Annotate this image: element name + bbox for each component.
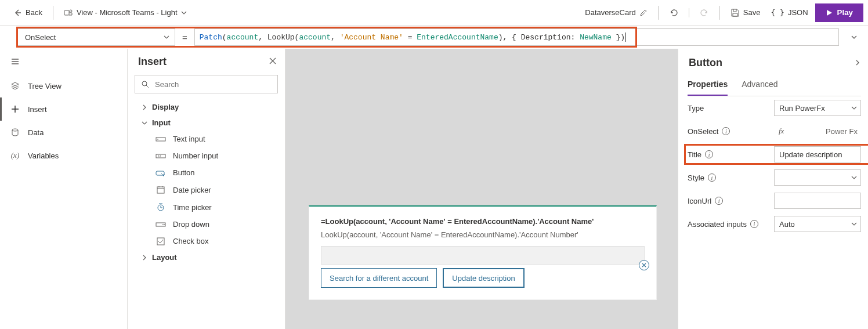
checkbox-icon	[155, 237, 166, 245]
category-layout[interactable]: Layout	[128, 250, 285, 265]
info-icon[interactable]: i	[715, 197, 723, 205]
sidebar-item-insert[interactable]: Insert	[0, 97, 127, 121]
category-input[interactable]: Input	[128, 115, 285, 131]
chevron-right-icon	[854, 59, 861, 66]
dropdown-icon	[155, 220, 166, 229]
separator	[719, 6, 720, 20]
insert-item-date-picker[interactable]: Date picker	[128, 181, 285, 198]
separator	[689, 8, 689, 17]
back-button[interactable]: Back	[9, 3, 46, 22]
undo-button[interactable]	[666, 3, 682, 22]
category-label: Layout	[152, 253, 177, 262]
clock-icon	[155, 203, 166, 212]
prop-title-input[interactable]: Update description	[774, 146, 861, 162]
category-display[interactable]: Display	[128, 99, 285, 115]
tab-properties[interactable]: Properties	[688, 76, 728, 96]
clear-input-button[interactable]	[639, 260, 649, 270]
text-input-icon	[155, 135, 166, 143]
teams-icon	[64, 8, 73, 17]
info-icon[interactable]: i	[705, 150, 713, 158]
svg-rect-0	[64, 10, 69, 15]
formula-input[interactable]: Patch(account, LookUp(account, 'Account …	[194, 28, 839, 46]
chevron-down-icon	[851, 105, 857, 111]
play-button[interactable]: Play	[815, 3, 863, 22]
expand-formula-button[interactable]	[845, 33, 863, 41]
prop-assoc-select[interactable]: Auto	[774, 216, 861, 232]
prop-style-select[interactable]	[774, 169, 861, 186]
close-panel-button[interactable]	[269, 56, 277, 68]
separator	[658, 6, 659, 20]
back-label: Back	[26, 8, 42, 17]
insert-item-check-box[interactable]: Check box	[128, 233, 285, 250]
svg-point-3	[142, 81, 147, 86]
panel-title: Insert	[138, 56, 167, 68]
insert-panel: Insert Display Input Text input 12 Numbe…	[128, 49, 285, 329]
info-icon[interactable]: i	[750, 220, 758, 228]
card-update-button[interactable]: Update description	[443, 268, 524, 288]
svg-rect-4	[156, 138, 165, 141]
separator	[53, 6, 53, 20]
prop-label-type: Type	[688, 104, 704, 113]
plus-icon	[9, 104, 21, 114]
insert-item-number-input[interactable]: 12 Number input	[128, 147, 285, 164]
insert-search[interactable]	[135, 75, 278, 93]
save-label: Save	[743, 8, 761, 17]
edit-pencil-icon	[639, 9, 648, 17]
prop-label-iconurl: IconUrl	[688, 197, 711, 205]
insert-item-label: Check box	[173, 237, 208, 245]
insert-item-text-input[interactable]: Text input	[128, 131, 285, 147]
save-button[interactable]: Save	[727, 3, 764, 22]
insert-item-button[interactable]: Button	[128, 164, 285, 181]
json-button[interactable]: { } JSON	[767, 3, 811, 22]
menu-toggle[interactable]	[0, 49, 127, 74]
chevron-down-icon	[142, 120, 147, 126]
chevron-down-icon	[181, 10, 187, 16]
category-label: Display	[152, 103, 179, 111]
variable-icon: (x)	[9, 151, 21, 160]
doc-name-label: DataverseCard	[585, 8, 635, 17]
design-canvas[interactable]: =LookUp(account, 'Account Name' = Entere…	[285, 49, 678, 329]
insert-search-input[interactable]	[154, 79, 272, 89]
play-label: Play	[837, 8, 853, 17]
card-subtitle-text: LookUp(account, 'Account Name' = Entered…	[321, 230, 645, 239]
formula-bar: OnSelect = Patch(account, LookUp(account…	[0, 26, 868, 49]
view-theme-selector[interactable]: View - Microsoft Teams - Light	[60, 3, 190, 22]
prop-onselect-value[interactable]: fx Power Fx	[774, 123, 861, 139]
insert-item-label: Number input	[173, 151, 218, 160]
back-arrow-icon	[13, 8, 22, 17]
insert-item-label: Button	[173, 168, 195, 177]
sidebar-item-variables[interactable]: (x) Variables	[0, 144, 127, 167]
expand-properties-button[interactable]	[854, 57, 861, 69]
redo-button[interactable]	[696, 3, 713, 22]
category-label: Input	[152, 118, 171, 127]
sidebar-label: Insert	[28, 105, 47, 114]
number-input-icon: 12	[155, 152, 166, 160]
chevron-right-icon	[142, 255, 147, 261]
prop-type-select[interactable]: Run PowerFx	[774, 100, 861, 116]
card-text-input[interactable]	[321, 246, 645, 265]
equals-icon: =	[181, 32, 189, 42]
prop-label-style: Style	[688, 173, 704, 182]
insert-item-drop-down[interactable]: Drop down	[128, 216, 285, 233]
button-icon	[155, 169, 166, 177]
insert-item-time-picker[interactable]: Time picker	[128, 198, 285, 216]
formula-property-selector[interactable]: OnSelect	[17, 28, 175, 46]
prop-label-title: Title	[688, 150, 701, 159]
save-icon	[730, 8, 740, 17]
chevron-down-icon	[163, 34, 170, 41]
prop-iconurl-input[interactable]	[774, 193, 861, 209]
doc-name[interactable]: DataverseCard	[581, 3, 650, 22]
insert-item-label: Date picker	[173, 186, 211, 194]
left-navigation: Tree View Insert Data (x) Variables	[0, 49, 128, 329]
json-label: JSON	[788, 8, 808, 17]
sidebar-item-data[interactable]: Data	[0, 121, 127, 144]
info-icon[interactable]: i	[722, 127, 730, 135]
redo-icon	[700, 8, 709, 17]
sidebar-item-tree-view[interactable]: Tree View	[0, 74, 127, 97]
tab-advanced[interactable]: Advanced	[742, 76, 777, 96]
card-search-button[interactable]: Search for a different account	[321, 268, 437, 288]
text-caret	[625, 32, 625, 42]
chevron-down-icon	[850, 33, 858, 41]
info-icon[interactable]: i	[708, 173, 716, 182]
insert-item-label: Drop down	[173, 220, 209, 229]
